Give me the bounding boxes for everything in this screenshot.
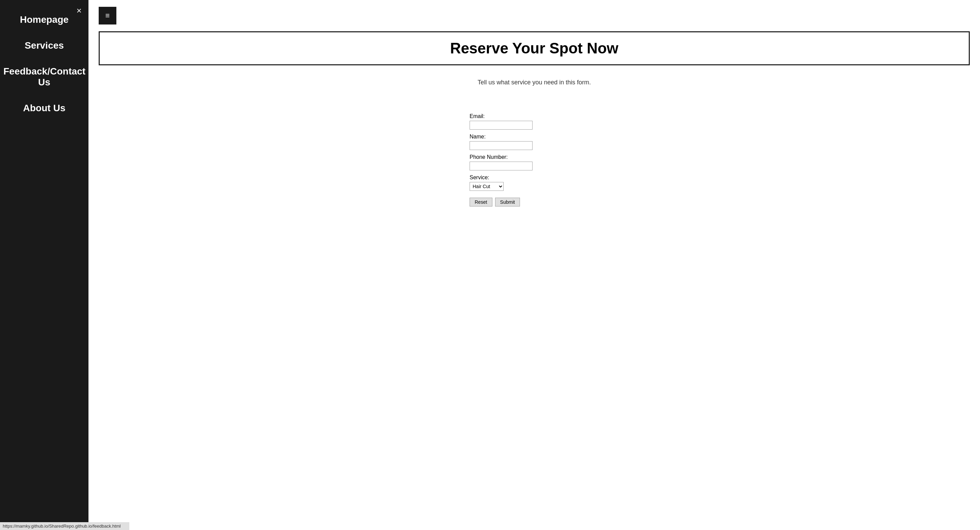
email-label: Email: xyxy=(469,113,619,119)
main-content: ≡ Reserve Your Spot Now Tell us what ser… xyxy=(89,0,980,530)
form-buttons: Reset Submit xyxy=(469,198,619,206)
name-group: Name: xyxy=(469,134,619,150)
phone-input[interactable] xyxy=(469,162,533,170)
sidebar-item-services[interactable]: Services xyxy=(0,33,89,59)
sidebar-item-homepage[interactable]: Homepage xyxy=(0,7,89,33)
reservation-form: Email: Name: Phone Number: Service: Hair… xyxy=(449,113,619,206)
service-select[interactable]: Hair Cut Hair Color Shave Other xyxy=(469,182,504,191)
status-url: https://mamky.github.io/SharedRepo.githu… xyxy=(3,524,121,528)
sidebar-item-feedback[interactable]: Feedback/Contact Us xyxy=(0,59,89,95)
sidebar-item-about[interactable]: About Us xyxy=(0,95,89,121)
close-icon: × xyxy=(76,5,82,16)
phone-group: Phone Number: xyxy=(469,154,619,170)
page-title-box: Reserve Your Spot Now xyxy=(99,31,970,65)
reset-button[interactable]: Reset xyxy=(469,198,492,206)
form-description: Tell us what service you need in this fo… xyxy=(99,79,970,86)
service-group: Service: Hair Cut Hair Color Shave Other xyxy=(469,175,619,191)
hamburger-icon: ≡ xyxy=(105,12,110,19)
hamburger-button[interactable]: ≡ xyxy=(99,7,116,24)
sidebar: × Homepage Services Feedback/Contact Us … xyxy=(0,0,89,530)
page-title: Reserve Your Spot Now xyxy=(450,40,619,57)
service-label: Service: xyxy=(469,175,619,181)
name-input[interactable] xyxy=(469,141,533,150)
phone-label: Phone Number: xyxy=(469,154,619,160)
status-bar: https://mamky.github.io/SharedRepo.githu… xyxy=(0,522,129,530)
email-input[interactable] xyxy=(469,121,533,130)
name-label: Name: xyxy=(469,134,619,140)
close-sidebar-button[interactable]: × xyxy=(76,6,82,15)
submit-button[interactable]: Submit xyxy=(495,198,520,206)
email-group: Email: xyxy=(469,113,619,130)
